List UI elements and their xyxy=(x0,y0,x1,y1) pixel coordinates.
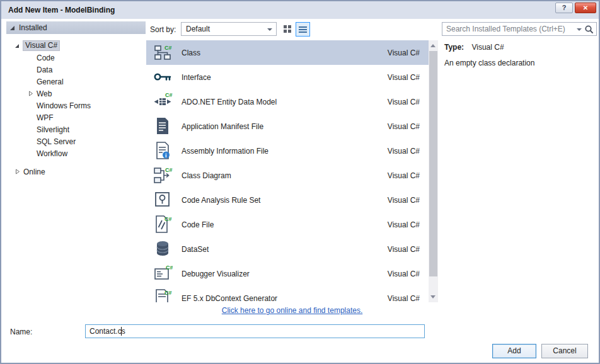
window-buttons: ? ✕ xyxy=(555,3,596,13)
category-tree: Installed Visual C# Code Data General We… xyxy=(6,21,146,178)
template-name: ADO.NET Entity Data Model xyxy=(182,98,277,106)
code-analysis-icon xyxy=(153,190,173,210)
template-name: Code File xyxy=(182,220,214,229)
name-field-wrap xyxy=(85,324,425,338)
tree-node-label: SQL Server xyxy=(37,137,76,146)
class-diagram-icon: C# xyxy=(153,165,173,185)
chevron-down-icon xyxy=(267,28,272,31)
tree-node-label: Visual C# xyxy=(23,40,60,51)
template-row-class-diagram[interactable]: C# Class Diagram Visual C# xyxy=(146,163,429,188)
close-button[interactable]: ✕ xyxy=(575,3,596,13)
template-name: Debugger Visualizer xyxy=(182,270,250,278)
template-description: An empty class declaration xyxy=(444,59,534,67)
template-row-assembly-info[interactable]: i Assembly Information File Visual C# xyxy=(146,139,429,163)
sort-by-dropdown[interactable]: Default xyxy=(181,22,277,36)
sort-by-label: Sort by: xyxy=(150,25,176,34)
dataset-icon xyxy=(153,239,173,259)
entity-data-model-icon: C# xyxy=(153,91,173,111)
add-new-item-dialog: Add New Item - ModelBinding ? ✕ Installe… xyxy=(0,0,600,364)
tree-node-code[interactable]: Code xyxy=(6,52,146,64)
search-input[interactable] xyxy=(442,23,596,35)
expanded-triangle-icon xyxy=(15,44,19,48)
template-row-code-file[interactable]: C# Code File Visual C# xyxy=(146,212,429,237)
tree-items: Visual C# Code Data General Web Windows … xyxy=(6,34,146,178)
sort-by-value: Default xyxy=(186,25,210,33)
collapsed-triangle-icon xyxy=(15,169,20,174)
tree-node-workflow[interactable]: Workflow xyxy=(6,147,146,159)
scrollbar-thumb[interactable] xyxy=(429,51,437,276)
tree-node-label: WPF xyxy=(37,113,54,122)
tree-node-label: Code xyxy=(37,54,55,62)
template-row-class[interactable]: C# Class Visual C# xyxy=(146,40,429,65)
scroll-down-icon[interactable] xyxy=(430,295,436,299)
search-icon[interactable] xyxy=(584,25,594,35)
template-name: Class Diagram xyxy=(182,171,231,180)
titlebar[interactable]: Add New Item - ModelBinding ? ✕ xyxy=(1,1,599,19)
tree-node-label: Data xyxy=(37,65,52,74)
template-name: DataSet xyxy=(182,245,209,254)
template-language: Visual C# xyxy=(388,270,420,278)
tree-node-label: Silverlight xyxy=(37,125,69,134)
svg-text:i: i xyxy=(165,152,167,159)
scroll-up-icon[interactable] xyxy=(430,44,436,47)
template-row-application-manifest[interactable]: Application Manifest File Visual C# xyxy=(146,114,429,139)
template-row-dataset[interactable]: DataSet Visual C# xyxy=(146,237,429,261)
medium-icons-view-button[interactable] xyxy=(280,22,295,37)
template-language: Visual C# xyxy=(388,196,420,205)
cancel-button[interactable]: Cancel xyxy=(541,344,588,358)
tree-node-general[interactable]: General xyxy=(6,76,146,88)
interface-icon xyxy=(153,67,173,87)
svg-text:C#: C# xyxy=(165,167,173,173)
text-caret xyxy=(121,327,122,336)
type-value: Visual C# xyxy=(471,43,504,52)
name-label: Name: xyxy=(10,327,32,336)
chevron-down-icon[interactable] xyxy=(577,28,582,31)
dbcontext-generator-icon: C# xyxy=(153,288,173,302)
template-row-entity-data-model[interactable]: C# ADO.NET Entity Data Model Visual C# xyxy=(146,89,429,114)
template-language: Visual C# xyxy=(388,73,420,82)
online-templates-link[interactable]: Click here to go online and find templat… xyxy=(146,306,438,315)
template-row-interface[interactable]: Interface Visual C# xyxy=(146,65,429,89)
template-language: Visual C# xyxy=(388,98,420,106)
installed-label: Installed xyxy=(19,23,47,32)
assembly-info-icon: i xyxy=(153,140,173,161)
template-rows: C# Class Visual C# Interface Visual C# xyxy=(146,40,429,302)
search-box xyxy=(442,22,597,36)
expanded-triangle-icon xyxy=(10,26,14,30)
class-icon: C# xyxy=(153,42,173,62)
template-name: Application Manifest File xyxy=(182,122,263,131)
template-list: C# Class Visual C# Interface Visual C# xyxy=(146,40,438,302)
tree-node-web[interactable]: Web xyxy=(6,88,146,100)
tree-node-label: Online xyxy=(23,168,45,176)
vertical-scrollbar[interactable] xyxy=(429,40,438,302)
grid-view-icon xyxy=(284,25,287,28)
tree-node-installed[interactable]: Installed xyxy=(6,21,146,34)
template-language: Visual C# xyxy=(388,220,420,229)
tree-node-windows-forms[interactable]: Windows Forms xyxy=(6,100,146,111)
tree-node-visual-csharp[interactable]: Visual C# xyxy=(6,40,146,52)
svg-text:C#: C# xyxy=(164,45,172,51)
add-button[interactable]: Add xyxy=(492,344,536,358)
template-row-code-analysis-rule-set[interactable]: Code Analysis Rule Set Visual C# xyxy=(146,188,429,212)
svg-text:C#: C# xyxy=(166,264,173,271)
application-manifest-icon xyxy=(153,116,173,136)
template-language: Visual C# xyxy=(388,294,420,302)
tree-node-online[interactable]: Online xyxy=(6,166,146,178)
tree-node-label: Windows Forms xyxy=(37,101,91,110)
template-row-dbcontext-generator[interactable]: C# EF 5.x DbContext Generator Visual C# xyxy=(146,286,429,302)
tree-node-data[interactable]: Data xyxy=(6,64,146,76)
list-view-icon xyxy=(299,26,307,28)
list-view-button[interactable] xyxy=(296,22,310,37)
tree-node-wpf[interactable]: WPF xyxy=(6,111,146,123)
tree-node-silverlight[interactable]: Silverlight xyxy=(6,123,146,135)
help-button[interactable]: ? xyxy=(555,3,573,13)
tree-node-sql-server[interactable]: SQL Server xyxy=(6,135,146,147)
template-language: Visual C# xyxy=(388,122,420,131)
template-row-debugger-visualizer[interactable]: C# Debugger Visualizer Visual C# xyxy=(146,261,429,286)
debugger-visualizer-icon: C# xyxy=(153,263,173,283)
name-input[interactable] xyxy=(86,325,424,338)
template-name: Code Analysis Rule Set xyxy=(182,196,260,205)
type-label: Type: xyxy=(444,43,464,52)
template-type-row: Type: Visual C# xyxy=(444,43,504,52)
template-name: Assembly Information File xyxy=(182,147,268,156)
